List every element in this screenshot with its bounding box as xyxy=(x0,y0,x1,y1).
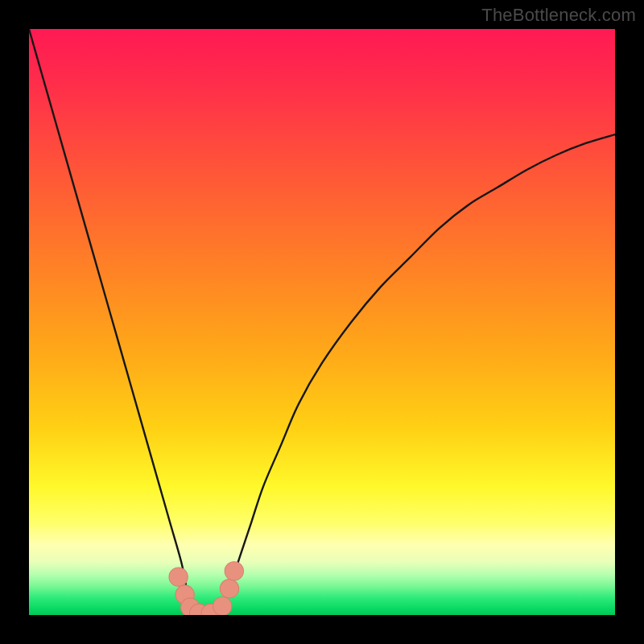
chart-frame: TheBottleneck.com xyxy=(0,0,644,644)
bottleneck-curve xyxy=(29,29,615,615)
curve-marker xyxy=(213,597,232,615)
curve-marker xyxy=(225,562,243,580)
curve-marker xyxy=(220,580,238,598)
curve-marker xyxy=(169,568,188,586)
curve-markers xyxy=(169,562,243,615)
chart-svg xyxy=(29,29,615,615)
watermark-text: TheBottleneck.com xyxy=(481,5,636,26)
plot-area xyxy=(29,29,615,615)
